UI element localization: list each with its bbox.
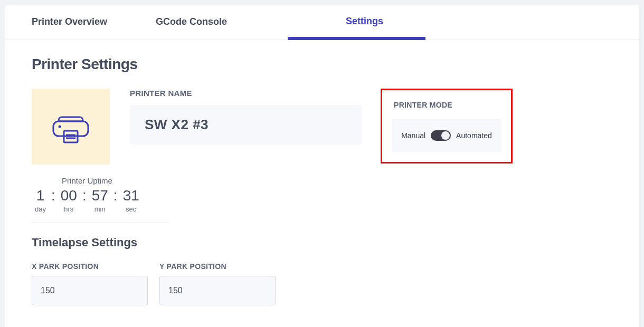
printer-name-value: SW X2 #3 xyxy=(130,105,362,145)
uptime: 1 day : 00 hrs : 57 min : 31 xyxy=(32,187,110,213)
tab-settings[interactable]: Settings xyxy=(288,5,425,40)
page-title: Printer Settings xyxy=(32,56,612,73)
printer-icon xyxy=(49,108,92,146)
x-park-label: X PARK POSITION xyxy=(32,262,148,271)
uptime-sec-value: 31 xyxy=(123,187,139,204)
uptime-min-value: 57 xyxy=(92,187,108,204)
uptime-day-value: 1 xyxy=(35,187,46,204)
mode-toggle[interactable] xyxy=(431,130,451,141)
printer-name-label: PRINTER NAME xyxy=(130,89,362,98)
x-park-input[interactable] xyxy=(32,276,148,305)
section-divider xyxy=(32,223,169,223)
tab-printer-overview[interactable]: Printer Overview xyxy=(26,5,150,40)
timelapse-title: Timelapse Settings xyxy=(32,236,612,249)
uptime-hrs-value: 00 xyxy=(61,187,77,204)
printer-mode-toggle-row: Manual Automated xyxy=(392,119,501,152)
printer-icon-container xyxy=(32,89,110,165)
svg-rect-0 xyxy=(53,121,88,136)
uptime-day-unit: day xyxy=(35,205,46,213)
toggle-knob xyxy=(441,131,450,140)
uptime-hrs-unit: hrs xyxy=(61,205,77,213)
printer-mode-label: PRINTER MODE xyxy=(392,101,501,109)
uptime-min-unit: min xyxy=(92,205,108,213)
main-tabs: Printer Overview GCode Console Settings xyxy=(5,5,639,40)
y-park-label: Y PARK POSITION xyxy=(159,262,276,271)
tab-gcode-console[interactable]: GCode Console xyxy=(150,5,288,40)
mode-option-manual: Manual xyxy=(401,131,425,140)
svg-point-2 xyxy=(59,126,61,128)
mode-option-automated: Automated xyxy=(456,131,492,140)
uptime-sec-unit: sec xyxy=(123,205,139,213)
y-park-input[interactable] xyxy=(159,276,276,305)
printer-mode-card: PRINTER MODE Manual Automated xyxy=(381,89,513,164)
uptime-label: Printer Uptime xyxy=(21,176,153,185)
